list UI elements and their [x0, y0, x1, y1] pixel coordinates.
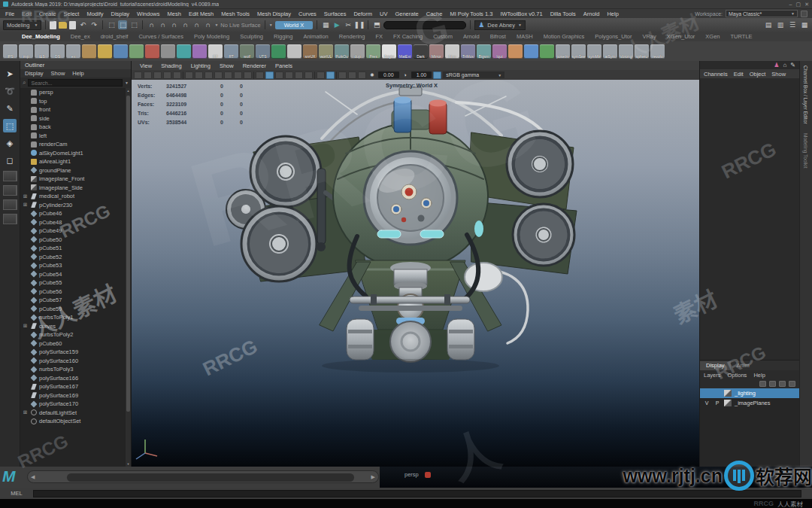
outliner-item-pcube46[interactable]: pCube46: [20, 209, 131, 218]
outliner-item-side[interactable]: side: [20, 114, 131, 123]
shaded-icon[interactable]: [265, 71, 274, 79]
expand-icon[interactable]: ⊞: [22, 193, 29, 199]
expand-icon[interactable]: ⊞: [22, 202, 29, 208]
scrollbar-thumb[interactable]: [126, 96, 130, 412]
menu-help[interactable]: Help: [603, 11, 622, 17]
shelf-icon-bigsm[interactable]: Bigsm: [477, 44, 491, 59]
outliner-item-aiarealight1[interactable]: aiAreaLight1: [20, 157, 131, 166]
shelf-icon-dup[interactable]: dup: [350, 44, 365, 59]
exposure-field[interactable]: 0.00: [378, 71, 399, 78]
shelf-icon-mirror[interactable]: Mirror: [429, 44, 444, 59]
menu-cache[interactable]: Cache: [423, 11, 447, 17]
shelf-icon-8[interactable]: [129, 44, 144, 59]
viewport-menu-lighting[interactable]: Lighting: [186, 62, 215, 69]
new-layer-icon[interactable]: [789, 381, 795, 387]
outliner-menu-show[interactable]: Show: [51, 70, 65, 77]
shelf-icon-ff[interactable]: FF: [208, 44, 223, 59]
overscan-icon[interactable]: [348, 71, 356, 79]
gate-mask-icon[interactable]: [214, 71, 223, 79]
range-slider[interactable]: ◀ ▶: [27, 470, 379, 483]
outliner-item-top[interactable]: top: [20, 97, 131, 106]
shelf-icon-spheru[interactable]: spheru: [635, 44, 649, 59]
menu-mesh[interactable]: Mesh: [164, 11, 185, 17]
render-view-icon[interactable]: ▦: [321, 20, 330, 29]
viewport-menu-view[interactable]: View: [135, 62, 156, 69]
close-icon[interactable]: ✕: [804, 2, 809, 8]
shelf-icon-revolv[interactable]: revolv: [650, 44, 665, 59]
outliner-item-polysurface159[interactable]: polySurface159: [20, 348, 131, 357]
menu-set-dropdown[interactable]: Modeling ▼: [3, 20, 41, 30]
xray-icon[interactable]: [326, 71, 335, 79]
screen-space-ao-icon[interactable]: [304, 71, 313, 79]
range-slider-thumb[interactable]: [67, 473, 354, 482]
menu-mesh-tools[interactable]: Mesh Tools: [217, 11, 253, 17]
object-menu[interactable]: Object: [750, 71, 766, 78]
select-tool-icon[interactable]: ➤: [3, 67, 17, 81]
range-left-icon[interactable]: ◀: [31, 474, 35, 480]
tab-modeling-toolkit[interactable]: Modeling Toolkit: [800, 129, 808, 173]
shelf-icon-7[interactable]: [114, 44, 128, 59]
outliner-menu-help[interactable]: Help: [72, 70, 83, 77]
shelf-tab-fx[interactable]: FX: [370, 33, 388, 41]
camera-attributes-icon[interactable]: [153, 71, 162, 79]
character-icon[interactable]: ♟: [774, 62, 779, 68]
channel-box-icon[interactable]: ▦: [800, 20, 809, 29]
safe-title-icon[interactable]: [244, 71, 252, 79]
select-hierarchy-icon[interactable]: ⬚: [107, 20, 116, 29]
menu-edit-mesh[interactable]: Edit Mesh: [185, 11, 217, 17]
shelf-icon-ds[interactable]: DS: [50, 44, 65, 59]
shelf-icon-bright[interactable]: Bright: [382, 44, 396, 59]
menu-uv[interactable]: UV: [376, 11, 391, 17]
outliner-item-persp[interactable]: persp: [20, 88, 131, 97]
menu-display[interactable]: Display: [108, 11, 134, 17]
color-management-icon[interactable]: [433, 71, 441, 79]
tab-display[interactable]: Display: [700, 361, 731, 370]
viewport-menu-renderer[interactable]: Renderer: [238, 62, 271, 69]
outliner-item-groundplane[interactable]: groundPlane: [20, 166, 131, 175]
outliner-item-nurbstopoly1[interactable]: nurbsToPoly1: [20, 313, 131, 322]
command-line-input[interactable]: [33, 490, 801, 497]
new-scene-icon[interactable]: [50, 21, 56, 29]
outliner-item-curves[interactable]: ⊞curves: [20, 322, 131, 331]
shelf-tab-rigging[interactable]: Rigging: [268, 33, 298, 41]
viewport-menu-show[interactable]: Show: [215, 62, 238, 69]
contrast-icon[interactable]: ◑: [401, 71, 410, 80]
persp-outliner-layout-button[interactable]: [3, 214, 17, 224]
menu-mesh-display[interactable]: Mesh Display: [253, 11, 295, 17]
shelf-tab-poly-modeling[interactable]: Poly Modeling: [189, 33, 235, 41]
move-layer-down-icon[interactable]: [769, 381, 776, 387]
shelf-tab-polygons-utor[interactable]: Polygons_Utor: [589, 33, 637, 41]
shelf-icon-wolf[interactable]: wolf: [240, 44, 254, 59]
image-plane-icon[interactable]: [173, 71, 181, 79]
menu-windows[interactable]: Windows: [133, 11, 163, 17]
snap-projected-center-icon[interactable]: ∩: [180, 20, 189, 29]
shelf-tab-dee-modeling[interactable]: Dee_Modeling: [17, 33, 65, 41]
outliner-item-polysurface169[interactable]: polySurface169: [20, 391, 131, 400]
layer-row-lighting[interactable]: _lighting: [700, 388, 799, 398]
menu-curves[interactable]: Curves: [295, 11, 320, 17]
outliner-item-polysurface170[interactable]: polySurface170: [20, 400, 131, 409]
shelf-icon-blnn[interactable]: blnn: [445, 44, 459, 59]
shelf-icon-putkou[interactable]: PutkOu: [335, 44, 349, 59]
shelf-tab-mash[interactable]: MASH: [511, 33, 538, 41]
show-menu[interactable]: Show: [771, 71, 786, 78]
shelf-icon-dark[interactable]: Dark: [414, 44, 428, 59]
shelf-tab-motion-graphics[interactable]: Motion Graphics: [538, 33, 590, 41]
resolution-gate-icon[interactable]: [205, 71, 213, 79]
render-settings-icon[interactable]: ✂: [344, 20, 353, 29]
shelf-icon-worlul[interactable]: worlUL: [319, 44, 333, 59]
outliner-item-medical-robot[interactable]: ⊞medical_robot: [20, 192, 131, 201]
shelf-icon-33[interactable]: [524, 44, 538, 59]
outliner-item-imageplane-side[interactable]: imageplane_Side: [20, 184, 131, 193]
outliner-item-aiskydomelight1[interactable]: aiSkyDomeLight1: [20, 149, 131, 158]
attribute-editor-icon[interactable]: ▥: [776, 20, 785, 29]
select-component-icon[interactable]: ⬚: [129, 20, 138, 29]
field-chart-icon[interactable]: [224, 71, 232, 79]
shelf-icon-poseim[interactable]: poseIm: [556, 44, 570, 59]
workspace-settings-icon[interactable]: [801, 11, 807, 17]
outliner-item-polysurface160[interactable]: polySurface160: [20, 357, 131, 366]
tab-channel-box-layer-editor[interactable]: Channel Box / Layer Editor: [800, 61, 808, 129]
shelf-tab-animation[interactable]: Animation: [298, 33, 333, 41]
outliner-scrollbar[interactable]: ▲ ▼: [126, 88, 131, 467]
shelf-icon-vorong[interactable]: Vorong: [619, 44, 633, 59]
